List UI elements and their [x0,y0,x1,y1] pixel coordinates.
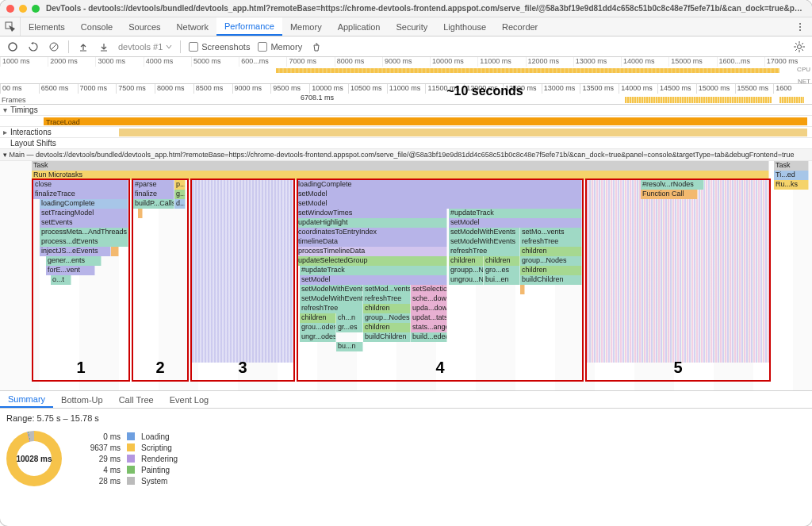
minimize-window-icon[interactable] [19,5,27,13]
flame-bar[interactable]: setTracingModel [40,209,128,218]
zoom-window-icon[interactable] [32,5,40,13]
traceload-row[interactable]: TraceLoad [0,116,812,127]
flame-bar[interactable]: #resolv...rNodes [641,180,704,190]
dtab-summary[interactable]: Summary [0,391,53,408]
flame-bar[interactable] [520,285,525,294]
record-button[interactable] [6,40,19,53]
tab-lighthouse[interactable]: Lighthouse [435,17,494,36]
flame-bar[interactable]: bu...n [336,342,363,351]
flame-bar[interactable]: group...Nodes [520,256,582,266]
tab-performance[interactable]: Performance [216,17,282,36]
flame-bar[interactable]: refreshTree [300,304,363,313]
flame-bar[interactable]: Ti...ed [774,171,809,180]
flame-bar[interactable]: finalizeTrace [33,190,128,199]
flame-bar[interactable]: setSelection [411,285,447,294]
flame-bar[interactable]: process...dEvents [40,237,128,247]
flame-bar[interactable]: group...Nodes [363,313,411,323]
flame-bar[interactable]: #parse [133,180,174,190]
flame-bar[interactable]: setModelWithEvents [300,285,363,294]
settings-button[interactable] [793,40,806,53]
reload-record-button[interactable] [27,40,40,53]
flame-bar[interactable]: setModel [449,218,582,228]
flame-bar[interactable]: loadingComplete [40,199,128,209]
flame-bar[interactable]: gr...es [336,323,363,332]
close-window-icon[interactable] [6,5,14,13]
screenshots-checkbox[interactable]: Screenshots [189,42,250,52]
flame-bar[interactable]: ch...n [336,313,363,323]
flame-bar[interactable]: p... [174,180,186,190]
flame-bar[interactable]: ungr...odes [300,332,336,342]
flame-bar[interactable]: processTimelineData [297,247,447,256]
timeline-overview[interactable]: 1000 ms2000 ms3000 ms4000 ms5000 ms600..… [0,57,812,84]
flame-bar[interactable]: sche...dow [411,294,447,304]
flame-bar[interactable]: setModelWithEvents [449,237,520,247]
flame-bar[interactable]: setMod...vents [363,285,411,294]
flame-bar[interactable]: setModel [300,275,447,285]
flame-dense-block[interactable] [192,180,293,363]
upload-trace-button[interactable] [77,40,90,53]
flame-bar[interactable]: #updateTrack [300,266,447,275]
flame-bar[interactable]: buildChildren [363,332,411,342]
flame-bar[interactable]: Run Microtasks [32,171,769,180]
dtab-call-tree[interactable]: Call Tree [111,391,162,408]
main-ruler[interactable]: 00 ms6500 ms7000 ms7500 ms8000 ms8500 ms… [0,84,812,105]
garbage-collect-button[interactable] [310,40,323,53]
flame-bar[interactable]: groupp...Nodes [449,266,484,275]
clear-button[interactable] [48,40,60,53]
inspect-icon[interactable] [0,17,21,36]
flame-bar[interactable]: setModelWithEvents [449,228,520,237]
tab-sources[interactable]: Sources [121,17,168,36]
flame-bar[interactable]: g... [174,190,186,199]
flame-bar[interactable]: refreshTree [449,247,520,256]
tab-network[interactable]: Network [169,17,216,36]
flame-bar[interactable]: children [363,323,411,332]
flame-bar[interactable]: setEvents [40,218,128,228]
flame-bar[interactable]: Ru...ks [774,180,809,190]
flame-bar[interactable]: coordinatesToEntryIndex [297,228,447,237]
flame-bar[interactable]: upda...dow [411,304,447,313]
flame-bar[interactable]: d... [174,199,186,209]
flame-bar[interactable]: updateSelectedGroup [297,256,447,266]
flame-bar[interactable]: loadingComplete [297,180,582,190]
tab-memory[interactable]: Memory [282,17,330,36]
flame-bar[interactable]: ungrou...Nodes [449,275,484,285]
flame-bar[interactable]: Task [32,161,769,171]
flame-bar[interactable]: stats...ange [411,323,447,332]
flame-bar[interactable]: #updateTrack [449,209,582,218]
flame-bar[interactable]: o...t [51,275,71,285]
flame-bar[interactable]: setMo...vents [520,228,582,237]
flame-bar[interactable]: children [484,256,520,266]
flame-bar[interactable]: forE...vent [46,266,95,275]
flame-bar[interactable]: Function Call [641,190,698,199]
flame-bar[interactable]: close [33,180,128,190]
flame-bar[interactable]: timelineData [297,237,447,247]
flame-bar[interactable]: buildChildren [520,275,582,285]
flame-bar[interactable]: setModel [297,190,582,199]
dtab-bottom-up[interactable]: Bottom-Up [53,391,111,408]
session-selector[interactable]: devtools #1 [118,42,172,52]
flame-bar[interactable] [111,247,119,256]
flame-bar[interactable]: finalize [133,190,174,199]
flame-bar[interactable]: children [449,256,484,266]
flame-bar[interactable]: buildP...Calls [133,199,174,209]
flame-bar[interactable]: children [520,266,582,275]
tab-security[interactable]: Security [388,17,435,36]
flame-bar[interactable]: updateHighlight [297,218,447,228]
flame-bar[interactable] [138,209,143,218]
flame-bar[interactable]: refreshTree [520,237,582,247]
flame-bar[interactable]: processMeta...AndThreads [40,228,128,237]
panel-overflow[interactable] [788,17,812,36]
memory-checkbox[interactable]: Memory [258,42,302,52]
flame-bar[interactable]: updat...tats [411,313,447,323]
dtab-event-log[interactable]: Event Log [162,391,217,408]
tab-console[interactable]: Console [73,17,121,36]
flame-bar[interactable]: build...eded [411,332,447,342]
flame-bar[interactable]: children [300,313,336,323]
flame-bar[interactable]: gro...es [484,266,520,275]
tab-application[interactable]: Application [330,17,389,36]
tab-recorder[interactable]: Recorder [494,17,546,36]
layout-shifts-section[interactable]: Layout Shifts [0,138,812,149]
flame-bar[interactable]: setWindowTimes [297,209,447,218]
flame-chart[interactable]: Task Run Microtasks Task Ti...ed Ru...ks… [0,161,812,391]
flame-bar[interactable]: grou...odes [300,323,336,332]
